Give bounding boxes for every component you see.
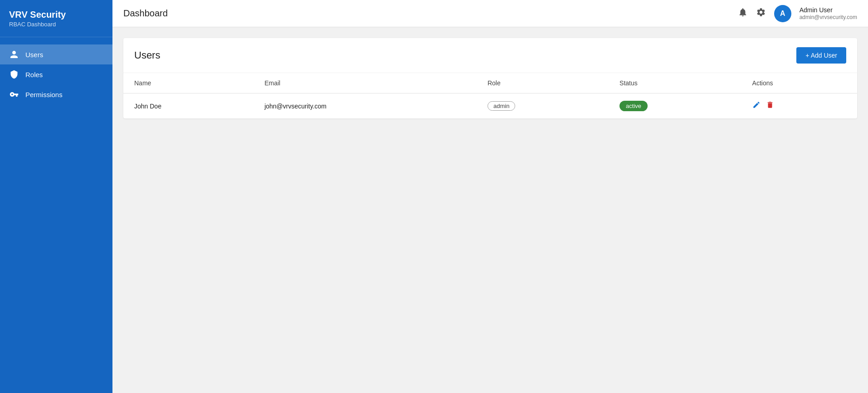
cell-actions xyxy=(741,93,857,119)
sidebar-item-permissions[interactable]: Permissions xyxy=(0,84,112,104)
col-role: Role xyxy=(477,73,609,93)
sidebar-subtitle: RBAC Dashboard xyxy=(9,21,103,28)
sidebar-item-users[interactable]: Users xyxy=(0,44,112,64)
sidebar-item-users-label: Users xyxy=(25,51,43,59)
cell-status: active xyxy=(609,93,741,119)
users-table: Name Email Role Status Actions John Doe … xyxy=(123,73,857,118)
role-badge: admin xyxy=(488,101,515,111)
edit-button[interactable] xyxy=(752,101,761,111)
user-name: Admin User xyxy=(800,6,857,14)
gear-icon[interactable] xyxy=(756,7,766,20)
sidebar-item-permissions-label: Permissions xyxy=(25,91,63,98)
key-icon xyxy=(9,90,19,99)
user-email: admin@vrvsecurity.com xyxy=(800,14,857,21)
topbar-actions: A Admin User admin@vrvsecurity.com xyxy=(738,5,857,22)
col-name: Name xyxy=(123,73,254,93)
topbar: Dashboard A Admin User admin@vrvsecurity… xyxy=(112,0,868,27)
sidebar-header: VRV Security RBAC Dashboard xyxy=(0,0,112,37)
sidebar-nav: Users Roles Permissions xyxy=(0,37,112,112)
delete-button[interactable] xyxy=(766,101,774,111)
cell-name: John Doe xyxy=(123,93,254,119)
main-content: Dashboard A Admin User admin@vrvsecurity… xyxy=(112,0,868,393)
sidebar-app-name: VRV Security xyxy=(9,9,103,20)
sidebar: VRV Security RBAC Dashboard Users Roles … xyxy=(0,0,112,393)
table-row: John Doe john@vrvsecurity.com admin acti… xyxy=(123,93,857,119)
shield-icon xyxy=(9,70,19,79)
action-icons xyxy=(752,101,846,111)
avatar[interactable]: A xyxy=(774,5,791,22)
page-title: Dashboard xyxy=(123,8,738,19)
col-actions: Actions xyxy=(741,73,857,93)
users-card-header: Users + Add User xyxy=(123,38,857,73)
cell-email: john@vrvsecurity.com xyxy=(254,93,477,119)
col-status: Status xyxy=(609,73,741,93)
person-icon xyxy=(9,50,19,59)
status-badge: active xyxy=(619,101,648,111)
sidebar-item-roles-label: Roles xyxy=(25,71,43,79)
content-area: Users + Add User Name Email Role Status … xyxy=(112,27,868,393)
col-email: Email xyxy=(254,73,477,93)
users-card: Users + Add User Name Email Role Status … xyxy=(123,38,857,118)
table-header-row: Name Email Role Status Actions xyxy=(123,73,857,93)
cell-role: admin xyxy=(477,93,609,119)
bell-icon[interactable] xyxy=(738,7,748,20)
add-user-button[interactable]: + Add User xyxy=(796,47,846,64)
users-table-body: John Doe john@vrvsecurity.com admin acti… xyxy=(123,93,857,119)
user-info: Admin User admin@vrvsecurity.com xyxy=(800,6,857,21)
users-section-title: Users xyxy=(134,49,160,61)
sidebar-item-roles[interactable]: Roles xyxy=(0,64,112,84)
